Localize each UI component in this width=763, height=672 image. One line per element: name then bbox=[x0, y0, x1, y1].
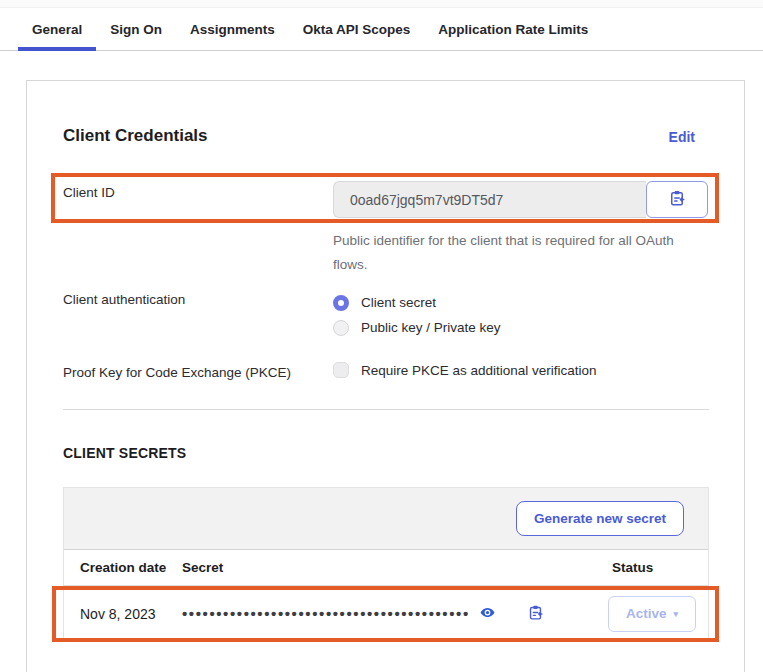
client-id-field-group bbox=[333, 181, 708, 218]
secret-table-row: Nov 8, 2023 ••••••••••••••••••••••••••••… bbox=[64, 586, 708, 641]
client-id-input[interactable] bbox=[333, 181, 646, 218]
status-label: Active bbox=[626, 606, 667, 621]
status-dropdown-button[interactable]: Active ▾ bbox=[608, 596, 696, 632]
edit-link[interactable]: Edit bbox=[669, 129, 695, 145]
client-credentials-title: Client Credentials bbox=[63, 126, 208, 146]
tab-okta-api-scopes[interactable]: Okta API Scopes bbox=[289, 8, 425, 51]
radio-public-private-key-label: Public key / Private key bbox=[361, 320, 501, 335]
copy-client-id-button[interactable] bbox=[646, 181, 708, 218]
reveal-secret-button[interactable] bbox=[480, 605, 495, 623]
client-id-help-text: Public identifier for the client that is… bbox=[333, 229, 683, 277]
clipboard-icon bbox=[527, 604, 544, 624]
tab-application-rate-limits[interactable]: Application Rate Limits bbox=[424, 8, 602, 51]
clipboard-icon bbox=[668, 189, 686, 210]
secret-creation-date: Nov 8, 2023 bbox=[64, 606, 182, 622]
client-secrets-table: Generate new secret Creation date Secret… bbox=[63, 487, 709, 642]
client-authentication-options: Client secret Public key / Private key bbox=[333, 290, 501, 340]
tab-bar: General Sign On Assignments Okta API Sco… bbox=[0, 8, 763, 51]
secrets-table-header: Creation date Secret Status bbox=[64, 550, 708, 586]
secret-cell: ••••••••••••••••••••••••••••••••••••••••… bbox=[182, 604, 608, 624]
pkce-label: Proof Key for Code Exchange (PKCE) bbox=[63, 365, 291, 380]
pkce-checkbox-row[interactable]: Require PKCE as additional verification bbox=[333, 362, 597, 378]
radio-unselected-icon[interactable] bbox=[333, 320, 349, 336]
chevron-down-icon: ▾ bbox=[674, 609, 679, 619]
radio-client-secret[interactable]: Client secret bbox=[333, 290, 501, 315]
tab-general[interactable]: General bbox=[18, 8, 96, 51]
masked-secret-value: ••••••••••••••••••••••••••••••••••••••••… bbox=[182, 609, 470, 619]
general-settings-panel: Client Credentials Edit Client ID Public… bbox=[26, 80, 745, 672]
generate-new-secret-button[interactable]: Generate new secret bbox=[516, 501, 684, 536]
section-divider bbox=[63, 409, 709, 410]
column-header-status: Status bbox=[608, 560, 708, 575]
client-id-label: Client ID bbox=[63, 185, 115, 200]
client-authentication-label: Client authentication bbox=[63, 292, 185, 307]
tab-assignments[interactable]: Assignments bbox=[176, 8, 289, 51]
top-strip bbox=[0, 0, 763, 8]
column-header-secret: Secret bbox=[182, 560, 608, 575]
checkbox-icon[interactable] bbox=[333, 362, 349, 378]
radio-client-secret-label: Client secret bbox=[361, 295, 436, 310]
radio-public-private-key[interactable]: Public key / Private key bbox=[333, 315, 501, 340]
tab-sign-on[interactable]: Sign On bbox=[96, 8, 176, 51]
eye-icon bbox=[480, 605, 495, 623]
secrets-table-toolbar: Generate new secret bbox=[64, 488, 708, 550]
client-secrets-title: CLIENT SECRETS bbox=[63, 445, 186, 461]
copy-secret-button[interactable] bbox=[527, 604, 544, 624]
secret-status-cell: Active ▾ bbox=[608, 596, 708, 632]
column-header-creation-date: Creation date bbox=[64, 560, 182, 575]
radio-selected-icon[interactable] bbox=[333, 295, 349, 311]
pkce-checkbox-label: Require PKCE as additional verification bbox=[361, 363, 597, 378]
